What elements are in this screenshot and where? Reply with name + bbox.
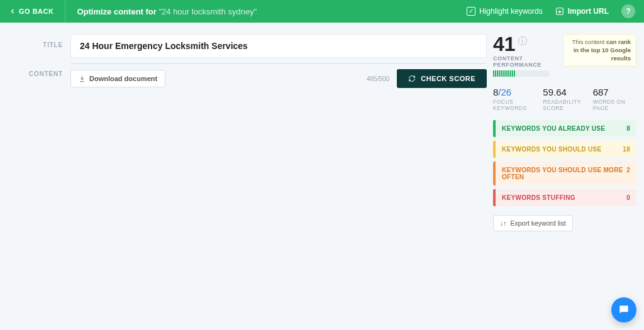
content-performance-label: CONTENT PERFORMANCE bbox=[493, 55, 557, 68]
import-icon bbox=[555, 7, 564, 16]
refresh-icon bbox=[408, 75, 416, 82]
page-title: Optimize content for "24 hour locksmith … bbox=[77, 7, 257, 16]
performance-panel: 41i CONTENT PERFORMANCE This content can… bbox=[493, 34, 636, 231]
info-icon[interactable]: i bbox=[518, 36, 527, 45]
word-counter: 485/500 bbox=[367, 75, 389, 82]
divider bbox=[65, 0, 65, 23]
keywords-stuffing-box[interactable]: KEYWORDS STUFFING0 bbox=[493, 189, 636, 206]
keywords-already-use-box[interactable]: KEYWORDS YOU ALREADY USE8 bbox=[493, 120, 636, 137]
words-on-page-value: 687 bbox=[593, 87, 636, 97]
check-score-button[interactable]: CHECK SCORE bbox=[397, 69, 487, 88]
keywords-more-often-box[interactable]: KEYWORDS YOU SHOULD USE MORE OFTEN2 bbox=[493, 162, 636, 185]
import-url-button[interactable]: Import URL bbox=[555, 7, 609, 16]
score-bar bbox=[493, 70, 557, 77]
topbar: GO BACK Optimize content for "24 hour lo… bbox=[0, 0, 644, 23]
download-icon bbox=[79, 75, 86, 82]
highlight-keywords-toggle[interactable]: Highlight keywords bbox=[467, 7, 543, 16]
highlight-keywords-label: Highlight keywords bbox=[479, 7, 543, 16]
content-editor[interactable]: Reliable Service Don't find yourself in … bbox=[70, 63, 487, 64]
export-keyword-list-button[interactable]: ↓↑ Export keyword list bbox=[493, 215, 573, 231]
checkbox-icon bbox=[467, 7, 475, 16]
readability-value: 59.64 bbox=[543, 87, 586, 97]
help-button[interactable]: ? bbox=[621, 4, 635, 18]
keywords-should-use-box[interactable]: KEYWORDS YOU SHOULD USE18 bbox=[493, 141, 636, 158]
import-url-label: Import URL bbox=[568, 7, 609, 16]
sort-icon: ↓↑ bbox=[500, 219, 507, 227]
title-input[interactable]: 24 Hour Emergency Locksmith Services bbox=[70, 34, 487, 58]
arrow-left-icon bbox=[9, 8, 16, 15]
score-value: 41 bbox=[493, 33, 516, 55]
rank-note: This content can rankin the top 10 Googl… bbox=[563, 34, 636, 67]
title-label: TITLE bbox=[5, 34, 70, 48]
go-back-label: GO BACK bbox=[19, 8, 53, 15]
go-back-button[interactable]: GO BACK bbox=[9, 8, 53, 15]
download-document-button[interactable]: Download document bbox=[70, 70, 165, 87]
content-label: CONTENT bbox=[5, 63, 70, 77]
focus-keywords-value: 8/26 bbox=[493, 87, 536, 97]
